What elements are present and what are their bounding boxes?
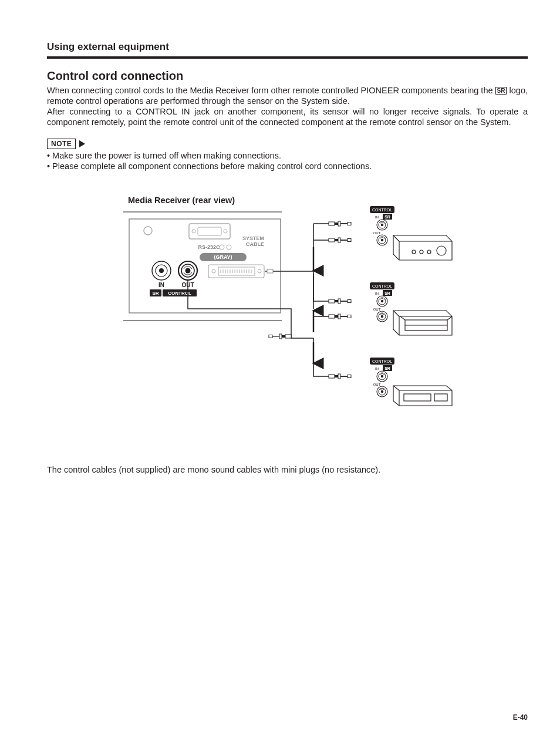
sr-label-main: SR — [152, 291, 158, 296]
note-heading: NOTE — [47, 139, 528, 149]
page-number: E-40 — [513, 713, 528, 722]
intro-paragraph-1: When connecting control cords to the Med… — [47, 85, 528, 106]
diagram-title: Media Receiver (rear view) — [128, 195, 528, 205]
para1a-text: When connecting control cords to the Med… — [47, 86, 495, 95]
page-title: Control cord connection — [47, 69, 528, 83]
in-label-main: IN — [158, 282, 164, 288]
diagram-svg: CONTROL IN SR OUT — [117, 206, 470, 453]
svg-point-44 — [185, 268, 191, 274]
section-header: Using external equipment — [47, 41, 528, 56]
svg-rect-64 — [267, 269, 273, 273]
rs232c-label: RS-232C — [198, 244, 220, 250]
footnote-text: The control cables (not supplied) are mo… — [47, 464, 528, 476]
note-arrow-icon — [79, 140, 85, 147]
connection-diagram: Media Receiver (rear view) — [117, 195, 528, 453]
note-item: Make sure the power is turned off when m… — [47, 150, 528, 161]
note-item: Please complete all component connection… — [47, 161, 528, 172]
sr-logo-inline: SR — [495, 87, 507, 95]
svg-rect-11 — [129, 219, 281, 313]
gray-label: (GRAY) — [214, 254, 232, 260]
system-cable-label-2: CABLE — [246, 241, 264, 247]
system-cable-label-1: SYSTEM — [242, 235, 264, 241]
note-list: Make sure the power is turned off when m… — [47, 150, 528, 173]
note-label: NOTE — [47, 139, 76, 149]
divider-thick — [47, 56, 528, 59]
page: Using external equipment Control cord co… — [0, 0, 560, 745]
intro-paragraph-2: After connecting to a CONTROL IN jack on… — [47, 106, 528, 127]
svg-point-41 — [159, 268, 164, 273]
